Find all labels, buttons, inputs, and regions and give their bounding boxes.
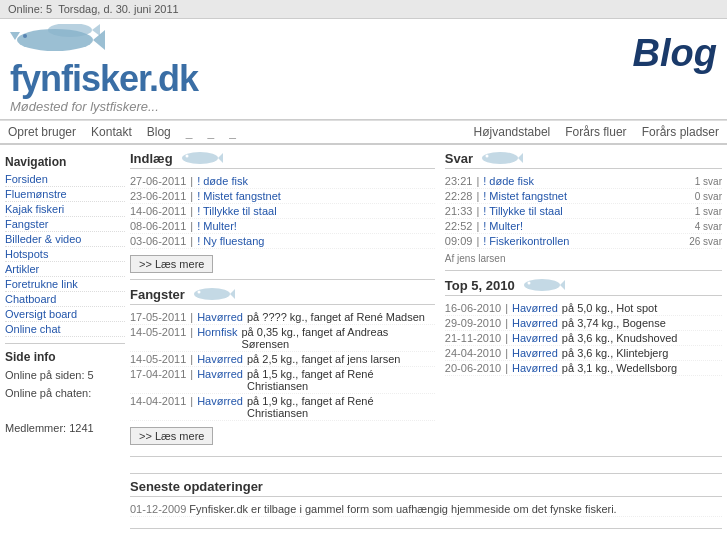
list-item: 23-06-2011 | ! Mistet fangstnet (130, 189, 435, 204)
top5-text-2: på 3,6 kg., Knudshoved (562, 332, 678, 344)
nav-item-6[interactable]: _ (229, 125, 236, 139)
header: fynfisker.dk Mødested for lystfiskere...… (0, 19, 727, 120)
top5-title: Top 5, 2010 (445, 278, 515, 293)
site-subtitle: Mødested for lystfiskere... (10, 99, 198, 114)
sidebar-item-fluemonstre[interactable]: Fluemønstre (5, 187, 125, 202)
svg-point-14 (486, 155, 489, 158)
top5-link-0[interactable]: Havørred (512, 302, 558, 314)
sidebar-divider (5, 343, 125, 344)
sidebar-item-forsiden[interactable]: Forsiden (5, 172, 125, 187)
list-item: 22:28 | ! Mistet fangstnet 0 svar (445, 189, 722, 204)
indlaeg-link-3[interactable]: ! Multer! (197, 220, 237, 232)
sidebar-item-oversigt-board[interactable]: Oversigt board (5, 307, 125, 322)
sidebar: Navigation Forsiden Fluemønstre Kajak fi… (5, 150, 125, 545)
indlaeg-link-1[interactable]: ! Mistet fangstnet (197, 190, 281, 202)
top5-link-3[interactable]: Havørred (512, 347, 558, 359)
online-page: Online på siden: 5 (5, 367, 125, 385)
svar-time-0: 23:21 (445, 175, 473, 187)
list-item: 14-05-2011 | Havørred på 2,5 kg., fanget… (130, 352, 435, 367)
svar-link-1[interactable]: ! Mistet fangstnet (483, 190, 567, 202)
indlaeg-title: Indlæg (130, 151, 173, 166)
svg-point-17 (527, 282, 530, 285)
top5-text-3: på 3,6 kg., Klintebjerg (562, 347, 668, 359)
indlaeg-link-2[interactable]: ! Tillykke til staal (197, 205, 276, 217)
logo-area: fynfisker.dk Mødested for lystfiskere... (10, 24, 198, 114)
sidebar-item-billeder-video[interactable]: Billeder & video (5, 232, 125, 247)
fish-decoration-fangster (190, 286, 235, 302)
nav-item-5[interactable]: _ (207, 125, 214, 139)
fangster-link-1[interactable]: Hornfisk (197, 326, 237, 338)
indlaeg-read-more[interactable]: >> Læs mere (130, 255, 213, 273)
nav-bar: Opret bruger Kontakt Blog _ _ _ Højvands… (0, 120, 727, 145)
indlaeg-date-2: 14-06-2011 (130, 205, 186, 217)
fangster-link-3[interactable]: Havørred (197, 368, 243, 380)
section-divider (130, 279, 435, 280)
indlaeg-link-0[interactable]: ! døde fisk (197, 175, 248, 187)
fish-decoration-top5 (520, 277, 565, 293)
top5-link-1[interactable]: Havørred (512, 317, 558, 329)
fish-decoration-svar (478, 150, 523, 166)
seneste-header: Seneste opdateringer (130, 479, 722, 497)
sidebar-item-hotspots[interactable]: Hotspots (5, 247, 125, 262)
sidebar-item-online-chat[interactable]: Online chat (5, 322, 125, 337)
section-divider-2 (445, 270, 722, 271)
fangster-text-1: på 0,35 kg., fanget af Andreas Sørensen (241, 326, 434, 350)
svg-marker-10 (230, 289, 235, 299)
fangster-date-4: 14-04-2011 (130, 395, 186, 407)
nav-forars-fluer[interactable]: Forårs fluer (565, 125, 626, 139)
nav-hojvandstabel[interactable]: Højvandstabel (474, 125, 551, 139)
top5-date-4: 20-06-2010 (445, 362, 501, 374)
top5-text-4: på 3,1 kg., Wedellsborg (562, 362, 677, 374)
nav-blog[interactable]: Blog (147, 125, 171, 139)
fangster-link-0[interactable]: Havørred (197, 311, 243, 323)
fangster-text-3: på 1,5 kg., fanget af René Christiansen (247, 368, 435, 392)
top5-header: Top 5, 2010 (445, 277, 722, 296)
current-date: Torsdag, d. 30. juni 2011 (58, 3, 178, 15)
fangster-date-1: 14-05-2011 (130, 326, 186, 338)
top5-text-0: på 5,0 kg., Hot spot (562, 302, 657, 314)
svg-point-12 (482, 152, 518, 164)
nav-forars-pladser[interactable]: Forårs pladser (642, 125, 719, 139)
svar-time-4: 09:09 (445, 235, 473, 247)
members-count: Medlemmer: 1241 (5, 420, 125, 438)
svar-count-1: 0 svar (695, 191, 722, 202)
nav-kontakt[interactable]: Kontakt (91, 125, 132, 139)
fish-decoration-indlaeg (178, 150, 223, 166)
svg-marker-5 (92, 24, 100, 36)
seneste-text-0: Fynfisker.dk er tilbage i gammel form so… (189, 503, 616, 515)
fangster-link-2[interactable]: Havørred (197, 353, 243, 365)
nav-item-4[interactable]: _ (186, 125, 193, 139)
navigation-title: Navigation (5, 155, 125, 169)
svg-point-9 (194, 288, 230, 300)
site-title: fynfisker.dk (10, 61, 198, 97)
indlaeg-date-3: 08-06-2011 (130, 220, 186, 232)
sidebar-item-kajak-fiskeri[interactable]: Kajak fiskeri (5, 202, 125, 217)
svar-header: Svar (445, 150, 722, 169)
fangster-section: Fangster 17-05-2011 | Havørred på ???? (130, 286, 435, 445)
indlaeg-link-4[interactable]: ! Ny fluestang (197, 235, 264, 247)
fangster-date-2: 14-05-2011 (130, 353, 186, 365)
fangster-text-4: på 1,9 kg., fanget af René Christiansen (247, 395, 435, 419)
fangster-link-4[interactable]: Havørred (197, 395, 243, 407)
sidebar-item-chatboard[interactable]: Chatboard (5, 292, 125, 307)
list-item: 21:33 | ! Tillykke til staal 1 svar (445, 204, 722, 219)
sidebar-item-artikler[interactable]: Artikler (5, 262, 125, 277)
sidebar-item-foretrukne-link[interactable]: Foretrukne link (5, 277, 125, 292)
svar-link-0[interactable]: ! døde fisk (483, 175, 534, 187)
svar-link-3[interactable]: ! Multer! (483, 220, 523, 232)
top5-link-4[interactable]: Havørred (512, 362, 558, 374)
top5-date-1: 29-09-2010 (445, 317, 501, 329)
list-item: 22:52 | ! Multer! 4 svar (445, 219, 722, 234)
svar-link-4[interactable]: ! Fiskerikontrollen (483, 235, 569, 247)
top5-date-3: 24-04-2010 (445, 347, 501, 359)
sidebar-item-fangster[interactable]: Fangster (5, 217, 125, 232)
top5-link-2[interactable]: Havørred (512, 332, 558, 344)
fangster-title: Fangster (130, 287, 185, 302)
fangster-read-more[interactable]: >> Læs mere (130, 427, 213, 445)
svar-link-2[interactable]: ! Tillykke til staal (483, 205, 562, 217)
fish-logo (10, 24, 198, 59)
indlaeg-header: Indlæg (130, 150, 435, 169)
list-item: 17-04-2011 | Havørred på 1,5 kg., fanget… (130, 367, 435, 394)
nav-opret-bruger[interactable]: Opret bruger (8, 125, 76, 139)
blog-title: Blog (633, 32, 717, 75)
